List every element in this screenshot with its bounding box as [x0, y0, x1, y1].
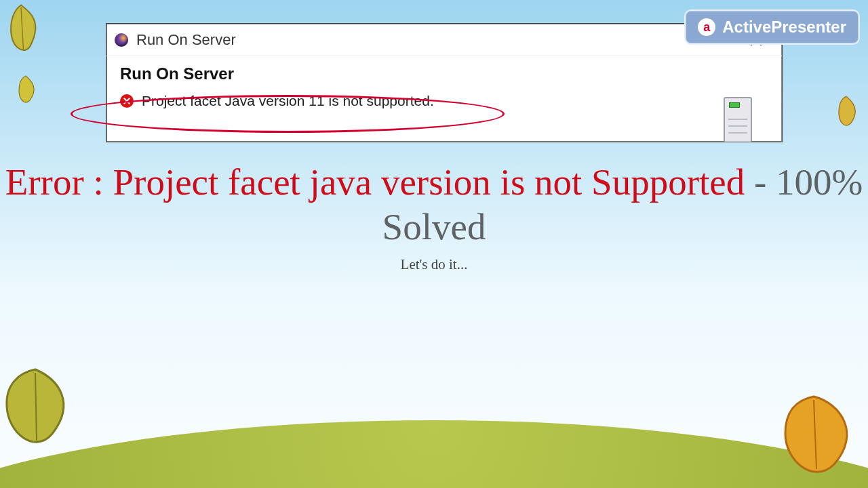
server-icon [724, 97, 752, 142]
leaf-icon [773, 393, 854, 474]
watermark-badge: a ActivePresenter [684, 9, 860, 45]
leaf-icon [0, 366, 76, 447]
activepresenter-logo-icon: a [698, 18, 715, 36]
dialog-error-text: Project facet Java version 11 is not sup… [142, 93, 434, 109]
dialog-titlebar: Run On Server [106, 24, 782, 56]
dialog-error-line: Project facet Java version 11 is not sup… [120, 93, 768, 109]
dialog-window-title: Run On Server [136, 31, 711, 49]
leaf-icon [0, 3, 45, 64]
slide-subtitle: Let's do it... [0, 256, 868, 273]
dialog-body: Run On Server Project facet Java version… [106, 56, 782, 117]
eclipse-icon [115, 33, 128, 47]
slide-title-red: Error : Project facet java version is no… [5, 161, 745, 203]
background-hill [0, 420, 868, 488]
dialog-heading: Run On Server [120, 64, 768, 83]
leaf-icon [12, 75, 39, 107]
slide-stage: Run On Server Run On Server Project face… [0, 0, 868, 488]
slide-title-sep: - [745, 161, 776, 203]
leaf-icon [831, 95, 861, 130]
run-on-server-dialog: Run On Server Run On Server Project face… [106, 23, 783, 142]
watermark-label: ActivePresenter [722, 18, 846, 37]
error-icon [120, 94, 134, 108]
slide-title: Error : Project facet java version is no… [0, 160, 868, 249]
